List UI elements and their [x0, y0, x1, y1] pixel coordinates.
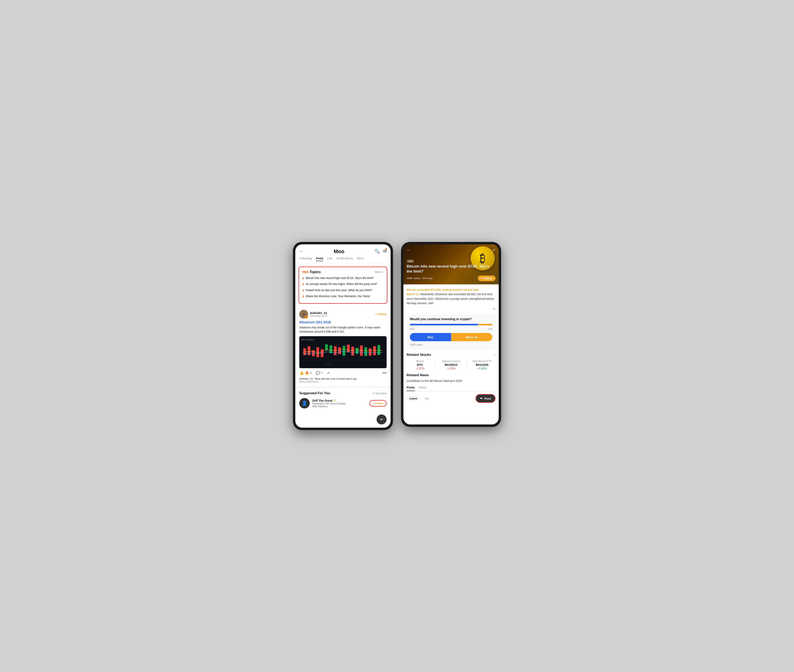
related-news-title: Related News	[407, 373, 496, 377]
stock-bk20010[interactable]: Digital Currency BK20010 -1.53%	[438, 360, 464, 370]
compose-btn[interactable]: ✏	[377, 414, 387, 424]
suggested-name: Zeff The Great ✔	[312, 399, 367, 402]
left-header: ← Moo 🔍 ✉	[295, 244, 391, 256]
comment-preview: bullrider_21: Tesla still has a lot of d…	[299, 377, 387, 380]
bottom-row: Latest Hot ✏ Post	[407, 394, 496, 403]
tab-following[interactable]: Following	[299, 256, 312, 261]
more-btn[interactable]: •••	[382, 371, 387, 375]
hot-item-4[interactable]: # Share the Moomoo Love: Your Moments, O…	[302, 294, 383, 299]
chart-image: S51 Seatrium	[299, 336, 387, 368]
back-icon[interactable]: ←	[299, 249, 304, 254]
hot-item-2[interactable]: # AI concept stocks hit new highs: When …	[302, 282, 383, 286]
article-highlight: Bitcoin exceeded $71,000, setting anothe…	[407, 288, 478, 291]
suggested-avatar: 👤	[299, 398, 310, 408]
pencil-icon: ✏	[480, 397, 483, 400]
svg-rect-21	[373, 346, 376, 355]
post-header: 🐂 ★ bullrider_21 Yesterday 18:27 + Follo…	[299, 310, 387, 318]
related-stocks-title: Related Stocks	[407, 353, 431, 357]
share-btn[interactable]: ↗	[327, 371, 330, 375]
post-body: Seatrium may break out of the triangle p…	[299, 325, 387, 334]
poll-votes: 1630 votes	[410, 343, 492, 346]
tab-notifications[interactable]: Notifications	[337, 256, 353, 261]
svg-text:moomoo: moomoo	[325, 363, 333, 366]
search-icon[interactable]: 🔍	[374, 249, 380, 254]
hot-topics-title: Hot Topics	[302, 270, 321, 274]
read-more-icon[interactable]: ∨	[407, 307, 496, 311]
suggested-followers: 4856 followers	[312, 405, 367, 408]
filter-hot[interactable]: Hot	[422, 396, 431, 401]
hero-follow-btn[interactable]: + Follow	[478, 275, 496, 281]
hot-more-btn[interactable]: More >	[375, 270, 383, 274]
mail-icon[interactable]: ✉	[383, 249, 387, 254]
bk20010-ticker: BK20010	[438, 363, 464, 366]
btc-name: Bitcoin	[407, 360, 433, 363]
related-stocks-arrow[interactable]: ›	[494, 353, 496, 357]
like-btn[interactable]: 👍 🔥 9	[299, 371, 312, 375]
hot-text: Hot	[302, 270, 308, 274]
tab-live[interactable]: Live	[327, 256, 332, 261]
left-screen: ← Moo 🔍 ✉ Following Feed Live Notificati…	[295, 244, 391, 428]
comment-more[interactable]: More comments...	[299, 380, 387, 383]
filter-latest[interactable]: Latest	[407, 396, 420, 401]
bk20010-change: -1.53%	[438, 367, 464, 370]
avatar-badge: ★	[305, 315, 308, 318]
left-phone: ← Moo 🔍 ✉ Following Feed Live Notificati…	[293, 242, 393, 430]
poll-move-btn[interactable]: Move on	[451, 333, 492, 341]
svg-rect-20	[369, 348, 372, 356]
see-more-btn[interactable]: ↺ See More	[372, 392, 387, 395]
stock-bk21030[interactable]: Spot Bitcoin ETF BK21030 +3.93%	[469, 360, 496, 370]
tab-more[interactable]: More	[357, 256, 364, 261]
btc-ticker: BTC	[407, 363, 433, 366]
svg-rect-16	[351, 347, 354, 356]
svg-rect-15	[347, 345, 350, 352]
stock-btc[interactable]: Bitcoin BTC -1.37%	[407, 360, 433, 370]
suggested-user: 👤 Zeff The Great ✔ Interested in MY and …	[299, 398, 387, 408]
poll-bar	[410, 324, 492, 325]
hot-item-1[interactable]: # Bitcoin hits new record high over $71K…	[302, 276, 383, 280]
nav-tabs: Following Feed Live Notifications More	[295, 256, 391, 264]
like-icon: 👍	[299, 371, 304, 375]
right-content: Bitcoin exceeded $71,000, setting anothe…	[403, 284, 499, 406]
btc-change: -1.37%	[407, 367, 433, 370]
post-button[interactable]: ✏ Post	[475, 394, 496, 403]
hero-back-icon[interactable]: ←	[407, 248, 411, 253]
suggested-section: Suggested For You ↺ See More 👤 Zeff The …	[295, 388, 391, 428]
svg-rect-14	[343, 346, 345, 356]
tab-feed[interactable]: Feed	[316, 256, 323, 261]
post-follow-btn[interactable]: + Follow	[375, 313, 387, 316]
post-user-info: bullrider_21 Yesterday 18:27	[310, 311, 327, 317]
posts-tab-news[interactable]: News	[419, 386, 427, 391]
vote-badge: Vote	[407, 259, 414, 263]
svg-rect-22	[377, 345, 380, 355]
suggested-desc: Interested in MY and US stocks	[312, 402, 367, 405]
post-actions: 👍 🔥 9 💬 7 ↗ •••	[299, 371, 387, 375]
post-btn-label: Post	[484, 397, 491, 400]
bk21030-ticker: BK21030	[469, 363, 496, 366]
news-item-1[interactable]: Countdown to the 4th Bitcoin halving in …	[407, 379, 496, 382]
poll-buy-btn[interactable]: Buy	[410, 333, 451, 341]
svg-rect-17	[356, 348, 358, 354]
right-phone: ← ⤢ ₿ Vote Bitcoin hits new record high …	[401, 242, 501, 427]
related-stocks-header: Related Stocks ›	[407, 353, 496, 357]
comment-count: 7	[321, 371, 323, 374]
article-excerpt: Bitcoin exceeded $71,000, setting anothe…	[407, 288, 496, 306]
bk21030-name: Spot Bitcoin ETF	[469, 360, 496, 363]
stock-tag[interactable]: $Seatrium (S51.SG)$	[299, 321, 387, 324]
comment-btn[interactable]: 💬 7	[316, 371, 323, 375]
right-screen: ← ⤢ ₿ Vote Bitcoin hits new record high …	[403, 244, 499, 424]
hot-topics-box: Hot Topics More > # Bitcoin hits new rec…	[298, 267, 387, 304]
bitcoin-hero: ← ⤢ ₿ Vote Bitcoin hits new record high …	[403, 244, 499, 284]
suggested-follow-btn[interactable]: + Fellow	[369, 400, 387, 406]
bitcoin-meta: 448K Views · 56 Posts + Follow	[407, 275, 496, 281]
posts-tab-posts[interactable]: Posts	[407, 386, 415, 391]
bk21030-change: +3.93%	[469, 367, 496, 370]
hot-item-3[interactable]: # Powell hints at rate cuts this year: W…	[302, 288, 383, 293]
poll-bar-orange	[478, 324, 492, 325]
poll-label-right: 17%	[488, 328, 492, 331]
poll-bar-blue	[410, 324, 478, 325]
article-date: March 11.	[407, 293, 420, 296]
hot-topics-header: Hot Topics More >	[302, 270, 383, 274]
comment-icon: 💬	[316, 371, 320, 375]
svg-rect-13	[338, 347, 341, 354]
poll-buttons: Buy Move on	[410, 333, 492, 341]
